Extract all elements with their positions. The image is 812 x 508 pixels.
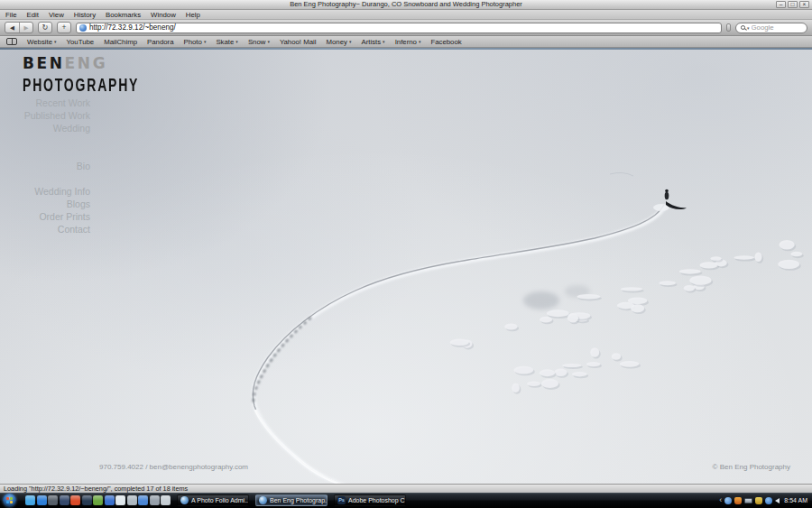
windows-taskbar: A Photo Folio Admi... Ben Eng Photograp.… [0, 493, 812, 508]
security-shield-icon[interactable] [734, 497, 742, 504]
winamp-icon[interactable] [70, 495, 80, 505]
update-shield-icon[interactable] [755, 497, 762, 504]
bookmark-yahoo-mail[interactable]: Yahoo! Mail [280, 38, 317, 46]
green-app-icon[interactable] [93, 495, 103, 505]
bookmark-label: MailChimp [104, 38, 137, 46]
bookmark-label: Facebook [430, 38, 461, 46]
safari-compass-icon [180, 496, 189, 504]
forward-button[interactable]: ▶ [19, 23, 32, 32]
bookmark-label: Snow [248, 38, 266, 46]
address-bar[interactable] [76, 23, 722, 33]
menu-view[interactable]: View [49, 11, 64, 19]
sketchup-icon[interactable] [115, 495, 125, 505]
photoshop-icon: Ps [337, 496, 346, 504]
bookmark-skate[interactable]: Skate▾ [216, 38, 237, 46]
logo-ben: BEN [23, 54, 65, 72]
bookmark-label: Pandora [147, 38, 173, 46]
menu-history[interactable]: History [74, 11, 96, 19]
menu-help[interactable]: Help [186, 11, 200, 19]
bookmark-artists[interactable]: Artists▾ [361, 38, 384, 46]
chevron-down-icon: ▾ [349, 39, 352, 44]
nav-bio[interactable]: Bio [0, 160, 90, 172]
taskbar-clock[interactable]: 8:54 AM [784, 497, 807, 503]
nav-blogs[interactable]: Blogs [0, 198, 90, 210]
bookmarks-book-icon[interactable] [6, 38, 17, 45]
skype-icon[interactable] [25, 495, 35, 505]
menu-edit[interactable]: Edit [27, 11, 39, 19]
network-globe-icon[interactable] [765, 497, 772, 504]
bookmark-inferno[interactable]: Inferno▾ [395, 38, 421, 46]
back-button[interactable]: ◀ [5, 23, 19, 32]
bookmark-label: Website [27, 38, 52, 46]
bookmark-mailchimp[interactable]: MailChimp [104, 38, 137, 46]
tray-expand-chevron-icon[interactable]: ‹ [719, 494, 722, 507]
footer-contact[interactable]: 970.759.4022 / ben@benengphotography.com [99, 463, 248, 471]
dark-app-icon[interactable] [82, 495, 92, 505]
blue-app-icon[interactable] [105, 495, 115, 505]
menu-file[interactable]: File [5, 11, 17, 19]
search-icon [741, 25, 745, 30]
menu-window[interactable]: Window [151, 11, 176, 19]
bookmark-facebook[interactable]: Facebook [430, 38, 461, 46]
nav-contact[interactable]: Contact [0, 223, 90, 236]
volume-icon[interactable] [775, 498, 780, 503]
reload-button[interactable]: ↻ [38, 22, 52, 33]
tray-app-icon[interactable] [724, 497, 732, 504]
window-controls: – □ × [776, 1, 809, 8]
bookmarks-bar: Website▾ YouTube MailChimp Pandora Photo… [0, 36, 812, 48]
browser-toolbar: ◀ ▶ ↻ + ▾ [0, 20, 812, 36]
snow-photo [0, 50, 812, 484]
bookmark-photo[interactable]: Photo▾ [184, 38, 207, 46]
chevron-down-icon: ▾ [54, 39, 57, 44]
menu-bookmarks[interactable]: Bookmarks [106, 11, 141, 19]
bookmark-pandora[interactable]: Pandora [147, 38, 173, 46]
bookmark-label: Photo [184, 38, 202, 46]
logo-wordmark: BENENG [23, 54, 139, 72]
taskbar-button-label: Adobe Photoshop C... [348, 497, 406, 503]
nav-recent-work[interactable]: Recent Work [0, 97, 90, 109]
media-app-icon[interactable] [150, 495, 160, 505]
safari-compass-icon [259, 496, 267, 504]
taskbar-button-adobe-photoshop[interactable]: Ps Adobe Photoshop C... [334, 494, 406, 506]
chevron-down-icon: ▾ [235, 39, 238, 44]
nav-wedding[interactable]: Wedding [0, 122, 90, 134]
bookmark-label: Yahoo! Mail [280, 38, 317, 46]
word-icon[interactable] [138, 495, 148, 505]
bookmark-website[interactable]: Website▾ [27, 38, 57, 46]
logo-photography: PHOTOGRAPHY [23, 74, 139, 95]
search-input[interactable] [752, 23, 802, 32]
taskbar-button-label: A Photo Folio Admi... [191, 497, 249, 503]
add-bookmark-button[interactable]: + [57, 22, 71, 33]
bookmark-youtube[interactable]: YouTube [67, 38, 95, 46]
chevron-down-icon: ▾ [383, 39, 385, 44]
chevron-down-icon: ▾ [204, 39, 207, 44]
notes-app-icon[interactable] [161, 495, 171, 505]
url-input[interactable] [89, 23, 718, 32]
minimize-button[interactable]: – [776, 1, 786, 8]
site-navigation: Recent Work Published Work Wedding Bio W… [0, 97, 90, 236]
start-button[interactable] [3, 494, 16, 507]
taskbar-button-ben-eng-photography[interactable]: Ben Eng Photograp... [255, 494, 328, 506]
maximize-button[interactable]: □ [788, 1, 798, 8]
bookmark-label: Money [327, 38, 347, 46]
taskbar-button-photo-folio-admin[interactable]: A Photo Folio Admi... [177, 494, 249, 506]
search-bar[interactable]: ▾ [735, 23, 807, 33]
gray-app-icon[interactable] [127, 495, 137, 505]
firefox-icon[interactable] [60, 495, 69, 505]
internet-explorer-icon[interactable] [37, 495, 47, 505]
close-button[interactable]: × [799, 1, 809, 8]
bookmark-money[interactable]: Money▾ [327, 38, 352, 46]
chevron-down-icon: ▾ [267, 39, 270, 44]
nav-published-work[interactable]: Published Work [0, 109, 90, 122]
site-logo[interactable]: BENENG PHOTOGRAPHY [23, 54, 139, 88]
bookmark-label: Artists [361, 38, 381, 46]
site-globe-icon [79, 24, 87, 32]
chrome-icon[interactable] [48, 495, 58, 505]
bookmark-label: Skate [216, 38, 234, 46]
windows-logo-icon [6, 497, 13, 503]
nav-order-prints[interactable]: Order Prints [0, 210, 90, 223]
display-settings-icon[interactable] [744, 498, 752, 503]
nav-wedding-info[interactable]: Wedding Info [0, 185, 90, 198]
bookmark-snow[interactable]: Snow▾ [248, 38, 270, 46]
field-resize-handle[interactable] [726, 23, 731, 32]
